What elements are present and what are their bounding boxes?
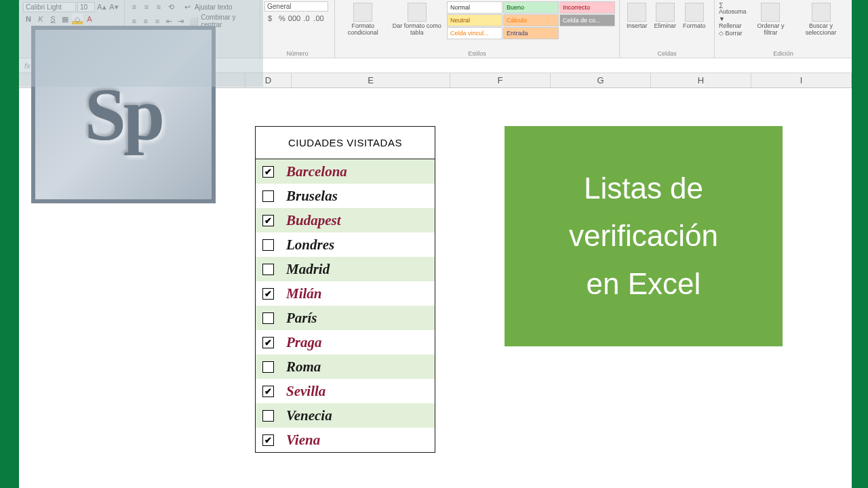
indent-inc-icon[interactable]: ⇥ (176, 16, 186, 26)
column-header[interactable]: H (651, 73, 751, 87)
autosum-button[interactable]: ∑ Autosuma (719, 1, 747, 15)
checkbox[interactable] (262, 361, 274, 373)
clear-button[interactable]: ◇ Borrar (719, 30, 747, 37)
city-row: Bruselas (256, 184, 435, 208)
cities-table: CIUDADES VISITADAS ✔BarcelonaBruselas✔Bu… (255, 126, 435, 453)
style-cell[interactable]: Celda de co... (559, 14, 615, 26)
checkbox[interactable]: ✔ (262, 434, 274, 446)
merge-icon: ⬜ (189, 16, 199, 26)
number-group-label: Número (260, 50, 334, 57)
underline-button[interactable]: S (47, 14, 58, 24)
style-cell[interactable]: Bueno (503, 1, 559, 14)
currency-icon[interactable]: $ (264, 13, 275, 24)
increase-font-icon[interactable]: A▴ (96, 1, 107, 12)
city-name: Viena (286, 432, 320, 449)
city-name: Praga (286, 334, 322, 351)
cities-table-header[interactable]: CIUDADES VISITADAS (256, 127, 435, 159)
cell-styles-gallery[interactable]: NormalBuenoIncorrectoNeutralCálculoCelda… (447, 1, 615, 39)
inc-decimal-icon[interactable]: .0 (301, 13, 312, 24)
fx-icon: fx (24, 62, 31, 70)
checkbox[interactable]: ✔ (262, 386, 274, 397)
format-icon (685, 3, 704, 22)
orientation-icon[interactable]: ⟲ (165, 1, 176, 12)
checkbox[interactable] (262, 239, 274, 251)
wrap-icon: ↩ (182, 1, 193, 12)
border-button[interactable]: ▦ (60, 14, 71, 24)
format-table-button[interactable]: Dar formato como tabla (389, 1, 444, 39)
column-header[interactable]: D (245, 73, 292, 87)
checkbox[interactable]: ✔ (262, 215, 274, 226)
city-name: Budapest (286, 212, 341, 229)
wrap-text-button[interactable]: ↩ Ajustar texto (182, 1, 233, 12)
editing-group-label: Edición (715, 50, 852, 57)
checkbox[interactable]: ✔ (262, 288, 274, 300)
checkbox[interactable]: ✔ (262, 337, 274, 348)
city-row: ✔Praga (256, 330, 435, 354)
align-bottom-icon[interactable]: ≡ (153, 1, 164, 12)
city-name: Barcelona (286, 163, 347, 180)
comma-icon[interactable]: 000 (289, 13, 300, 24)
checkbox[interactable]: ✔ (262, 166, 274, 178)
column-header[interactable]: F (450, 73, 551, 87)
style-cell[interactable]: Cálculo (503, 14, 559, 26)
checkbox[interactable] (262, 312, 274, 324)
font-family-select[interactable]: Calibri Light (23, 2, 76, 12)
number-format-select[interactable]: General (264, 1, 328, 12)
city-row: ✔Barcelona (256, 159, 435, 184)
align-right-icon[interactable]: ≡ (152, 16, 162, 26)
indent-dec-icon[interactable]: ⇤ (164, 16, 174, 26)
cells-group-label: Celdas (620, 50, 714, 57)
percent-icon[interactable]: % (277, 13, 288, 24)
style-cell[interactable]: Neutral (447, 14, 502, 26)
style-cell[interactable]: Normal (447, 1, 502, 14)
align-middle-icon[interactable]: ≡ (141, 1, 152, 12)
checkbox[interactable] (262, 410, 274, 422)
font-color-button[interactable]: A (84, 14, 95, 24)
delete-button[interactable]: Eliminar (652, 1, 679, 31)
checkbox[interactable] (262, 264, 274, 275)
dec-decimal-icon[interactable]: .00 (313, 13, 324, 24)
checkbox[interactable] (262, 190, 274, 202)
fill-button[interactable]: ▼ Rellenar (719, 16, 747, 29)
banner-line: Listas de (584, 165, 703, 212)
sort-icon (761, 3, 780, 22)
city-row: ✔Viena (256, 428, 435, 452)
style-cell[interactable]: Entrada (503, 27, 559, 39)
style-cell[interactable]: Celda vincul... (447, 27, 502, 39)
city-row: París (256, 306, 435, 330)
column-header[interactable]: E (292, 73, 450, 87)
sheet-area[interactable]: Sp CIUDADES VISITADAS ✔BarcelonaBruselas… (19, 88, 852, 488)
insert-button[interactable]: Insertar (624, 1, 650, 31)
city-row: Roma (256, 354, 435, 379)
fill-color-button[interactable]: ◇ (72, 14, 83, 24)
font-size-select[interactable]: 10 (77, 2, 95, 12)
italic-button[interactable]: K (35, 14, 46, 24)
city-name: París (286, 310, 317, 327)
align-center-icon[interactable]: ≡ (140, 16, 151, 26)
column-header[interactable]: G (551, 73, 651, 87)
city-row: Madrid (256, 257, 435, 281)
format-button[interactable]: Formato (680, 1, 709, 31)
title-banner: Listas de verificación en Excel (505, 126, 783, 346)
city-name: Venecia (286, 407, 332, 424)
city-row: ✔Sevilla (256, 379, 435, 403)
city-name: Madrid (286, 261, 330, 278)
align-left-icon[interactable]: ≡ (129, 16, 139, 26)
city-name: Milán (286, 285, 322, 302)
decrease-font-icon[interactable]: A▾ (108, 1, 119, 12)
city-row: ✔Milán (256, 281, 435, 306)
align-top-icon[interactable]: ≡ (129, 1, 140, 12)
city-name: Sevilla (286, 383, 326, 400)
banner-line: en Excel (587, 260, 701, 308)
sp-logo: Sp (31, 26, 216, 203)
city-name: Bruselas (286, 188, 338, 205)
city-name: Londres (286, 237, 334, 253)
conditional-format-button[interactable]: Formato condicional (339, 1, 387, 39)
find-select-button[interactable]: Buscar y seleccionar (794, 1, 848, 38)
find-icon (812, 3, 831, 22)
bold-button[interactable]: N (23, 14, 34, 24)
column-header[interactable]: I (751, 73, 852, 87)
styles-group-label: Estilos (335, 50, 619, 57)
sort-filter-button[interactable]: Ordenar y filtrar (750, 1, 791, 38)
style-cell[interactable]: Incorrecto (559, 1, 615, 14)
